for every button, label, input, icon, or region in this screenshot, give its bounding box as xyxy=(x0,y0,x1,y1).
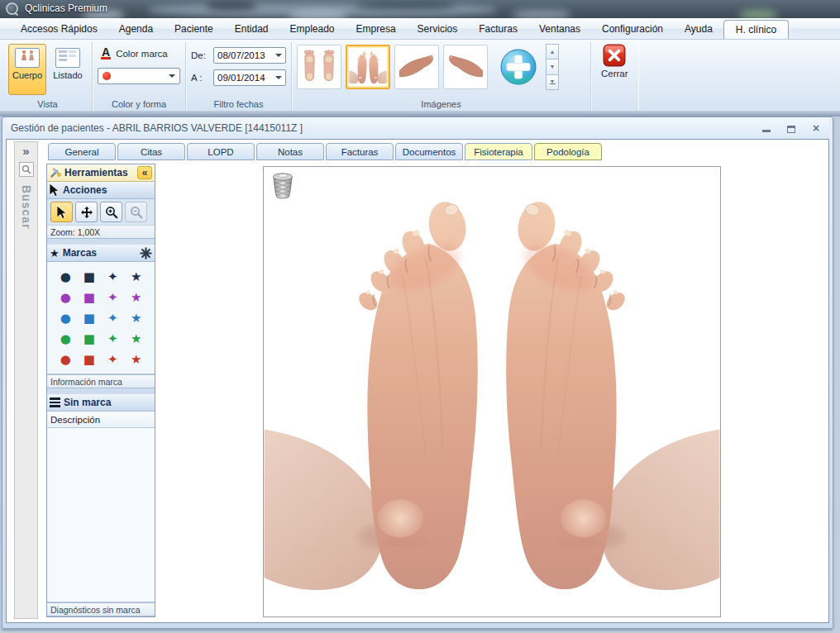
menu-item-empresa[interactable]: Empresa xyxy=(346,18,407,39)
tab-citas[interactable]: Citas xyxy=(117,143,185,160)
selected-color-swatch xyxy=(103,72,111,80)
mark-star5[interactable]: ★ xyxy=(125,328,149,349)
minimize-button[interactable] xyxy=(758,122,775,135)
mark-star4[interactable]: ✦ xyxy=(101,349,125,369)
ribbon-group-vista: Cuerpo Listado Vista xyxy=(3,42,93,111)
tab-documentos[interactable]: Documentos xyxy=(395,143,463,160)
menu-item-configuración[interactable]: Configuración xyxy=(591,18,674,39)
menubar: Accesos RápidosAgendaPacienteEntidadEmpl… xyxy=(0,18,840,40)
mark-star4[interactable]: ✦ xyxy=(101,266,125,287)
ribbon-bottom-edge xyxy=(0,111,840,117)
mark-square[interactable]: ■ xyxy=(78,266,102,287)
mark-square[interactable]: ■ xyxy=(78,328,102,349)
feet-side-icon xyxy=(398,48,436,86)
mark-star4[interactable]: ✦ xyxy=(101,287,125,307)
feet-image[interactable] xyxy=(264,167,720,616)
select-tool-button[interactable] xyxy=(50,202,73,222)
cuerpo-button[interactable]: Cuerpo xyxy=(8,44,46,95)
thumb-scroll-end-button[interactable]: ▼ xyxy=(546,75,559,90)
gear-icon[interactable] xyxy=(140,247,152,259)
tab-facturas[interactable]: Facturas xyxy=(326,143,394,160)
mark-star4[interactable]: ✦ xyxy=(101,307,125,328)
restore-button[interactable] xyxy=(783,122,799,135)
mark-circle[interactable]: ● xyxy=(54,349,78,369)
feet-dorsal-icon xyxy=(349,49,387,86)
mark-star5[interactable]: ★ xyxy=(125,307,149,328)
mark-square[interactable]: ■ xyxy=(78,349,102,369)
menu-item-ventanas[interactable]: Ventanas xyxy=(528,18,591,39)
move-icon xyxy=(80,206,93,219)
listado-button[interactable]: Listado xyxy=(49,44,87,95)
menu-item-accesos-rápidos[interactable]: Accesos Rápidos xyxy=(10,18,108,39)
font-color-icon: A xyxy=(101,47,111,59)
tab-podología[interactable]: Podología xyxy=(534,143,602,160)
descripcion-column-header[interactable]: Descripción xyxy=(47,412,155,428)
pan-tool-button[interactable] xyxy=(75,202,98,222)
thumb-scroll-up-button[interactable]: ▲ xyxy=(546,44,559,59)
thumbnail-feet-side-right[interactable] xyxy=(443,45,488,89)
mark-star4[interactable]: ✦ xyxy=(101,328,125,349)
mark-star5[interactable]: ★ xyxy=(125,349,149,369)
cerrar-button[interactable]: Cerrar xyxy=(601,44,628,79)
app-icon xyxy=(6,2,18,15)
marks-grid: ●■✦★●■✦★●■✦★●■✦★●■✦★ xyxy=(47,262,155,374)
mark-square[interactable]: ■ xyxy=(78,307,102,328)
menu-item-facturas[interactable]: Facturas xyxy=(468,18,528,39)
mark-circle[interactable]: ● xyxy=(54,266,78,287)
menu-item-paciente[interactable]: Paciente xyxy=(164,18,224,39)
menu-item-ayuda[interactable]: Ayuda xyxy=(674,18,723,39)
mark-star5[interactable]: ★ xyxy=(125,266,149,287)
tab-fisioterapia[interactable]: Fisioterapia xyxy=(465,143,532,160)
chevron-down-icon xyxy=(275,76,282,79)
sin-marca-empty-list xyxy=(47,428,155,602)
group-label-imagenes: Imágenes xyxy=(297,98,585,110)
tools-icon xyxy=(50,167,61,178)
star-icon: ★ xyxy=(50,247,60,259)
zoom-in-tool-button[interactable] xyxy=(100,202,122,222)
image-canvas[interactable] xyxy=(263,166,721,617)
date-to-combo[interactable]: 09/01/2014 xyxy=(213,69,286,86)
date-to-label: A : xyxy=(191,73,209,83)
collapse-panel-button[interactable]: « xyxy=(137,166,152,179)
menu-item-servicios[interactable]: Servicios xyxy=(407,18,469,39)
color-marca-button[interactable]: A Color marca xyxy=(98,45,180,61)
add-plus-icon xyxy=(499,47,538,87)
zoom-out-tool-button[interactable] xyxy=(125,202,147,222)
mark-color-dropdown[interactable] xyxy=(98,68,180,84)
mark-square[interactable]: ■ xyxy=(78,287,102,307)
close-button[interactable]: × xyxy=(808,122,824,135)
add-image-button[interactable] xyxy=(499,47,538,87)
date-from-combo[interactable]: 08/07/2013 xyxy=(213,47,286,64)
menu-item-empleado[interactable]: Empleado xyxy=(279,18,346,39)
thumbnail-feet-side-left[interactable] xyxy=(394,45,439,89)
menu-item-agenda[interactable]: Agenda xyxy=(108,18,164,39)
informacion-marca-bar[interactable]: Información marca xyxy=(47,374,155,388)
ribbon-group-color-forma: A Color marca Color y forma xyxy=(93,42,186,111)
close-x-icon xyxy=(603,44,626,67)
titlebar-glass-decoration xyxy=(513,10,570,18)
acciones-header: Acciones xyxy=(47,182,155,199)
cursor-icon xyxy=(50,183,60,197)
mark-circle[interactable]: ● xyxy=(54,307,78,328)
zoom-in-icon xyxy=(105,206,118,219)
thumb-scroll-down-button[interactable]: ▼ xyxy=(546,59,559,74)
patient-window-title: Gestión de pacientes - ABRIL BARRIOS VAL… xyxy=(11,122,303,134)
list-lines-icon xyxy=(50,396,60,409)
expand-panel-icon[interactable]: » xyxy=(22,145,29,157)
titlebar-glass-decoration xyxy=(740,10,777,18)
mark-circle[interactable]: ● xyxy=(54,287,78,307)
thumbnail-feet-dorsal[interactable] xyxy=(346,45,390,89)
thumbnail-feet-soles[interactable] xyxy=(297,45,341,89)
trash-icon[interactable] xyxy=(270,171,295,200)
search-icon[interactable] xyxy=(19,162,34,177)
diagnosticos-sin-marca-bar[interactable]: Diagnósticos sin marca xyxy=(47,602,155,616)
mark-star5[interactable]: ★ xyxy=(125,287,149,307)
tab-lopd[interactable]: LOPD xyxy=(187,143,255,160)
patient-window: Gestión de pacientes - ABRIL BARRIOS VAL… xyxy=(2,117,833,629)
ribbon-group-imagenes: ▲ ▼ ▼ Imágenes xyxy=(292,42,591,111)
tab-notas[interactable]: Notas xyxy=(256,143,324,160)
tab-general[interactable]: General xyxy=(48,143,116,160)
mark-circle[interactable]: ● xyxy=(54,328,78,349)
menu-tab-h-clinico[interactable]: H. clínico xyxy=(723,20,789,39)
menu-item-entidad[interactable]: Entidad xyxy=(224,18,279,39)
